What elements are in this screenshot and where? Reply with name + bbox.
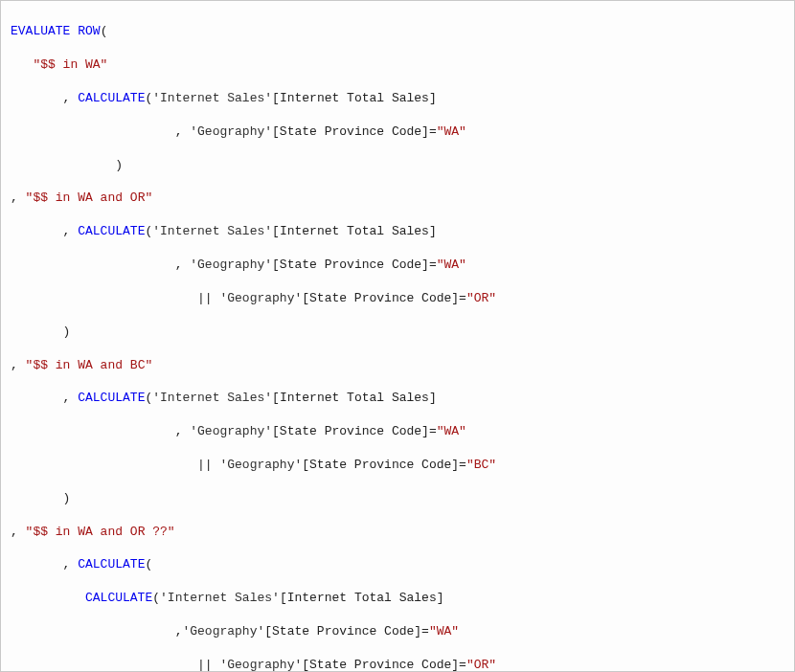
indent: || [11,291,219,305]
string: "$$ in WA and OR" [26,190,153,205]
indent: , [11,557,78,571]
indent: || [11,658,219,672]
punct: ( [145,557,152,571]
column-ref: [Internet Total Sales] [272,391,437,405]
code-line: , "$$ in WA and OR ??" [11,524,788,540]
indent: , [11,124,190,139]
code-line: || 'Geography'[State Province Code]="BC" [11,457,788,473]
code-line: ) [11,157,788,173]
column-ref: [Internet Total Sales] [280,591,444,605]
indent: , [11,258,190,272]
table-ref: 'Internet Sales' [152,224,272,238]
code-line: ,'Geography'[State Province Code]="WA" [11,623,788,639]
code-line: , CALCULATE('Internet Sales'[Internet To… [11,390,788,406]
table-ref: 'Internet Sales' [152,91,272,105]
keyword: CALCULATE [78,224,145,238]
code-line: , CALCULATE('Internet Sales'[Internet To… [11,223,788,239]
punct: ) [11,491,70,505]
punct: ( [152,591,160,605]
code-line: , 'Geography'[State Province Code]="WA" [11,423,788,439]
string: "OR" [466,291,496,305]
string: "WA" [429,624,459,638]
code-line: EVALUATE ROW( [11,23,788,39]
indent: , [11,525,26,539]
code-line: , CALCULATE('Internet Sales'[Internet To… [11,90,788,106]
code-block: EVALUATE ROW( "$$ in WA" , CALCULATE('In… [0,0,795,672]
indent: , [11,424,190,438]
punct: ) [11,325,70,339]
code-line: , 'Geography'[State Province Code]="WA" [11,123,788,140]
indent [11,57,33,72]
code-line: || 'Geography'[State Province Code]="OR" [11,657,788,672]
column-ref: [State Province Code]= [264,624,429,638]
indent: , [11,358,26,372]
string: "WA" [437,424,466,438]
column-ref: [State Province Code]= [302,658,466,672]
column-ref: [State Province Code]= [272,258,437,272]
table-ref: 'Geography' [182,624,264,638]
column-ref: [State Province Code]= [272,124,437,139]
string: "BC" [466,458,496,472]
indent: , [11,624,182,638]
keyword: CALCULATE [78,557,145,571]
string: "$$ in WA" [33,57,107,72]
string: "WA" [437,124,466,139]
table-ref: 'Geography' [219,458,302,472]
table-ref: 'Geography' [219,291,302,305]
string: "OR" [466,658,496,672]
keyword: CALCULATE [85,591,152,605]
indent: , [11,224,78,238]
keyword: EVALUATE [11,24,70,38]
code-line: ) [11,324,788,340]
code-line: , 'Geography'[State Province Code]="WA" [11,257,788,273]
indent: , [11,391,78,405]
code-line: CALCULATE('Internet Sales'[Internet Tota… [11,590,788,606]
string: "$$ in WA and OR ??" [26,525,175,539]
column-ref: [State Province Code]= [272,424,437,438]
keyword: CALCULATE [78,91,145,105]
code-line: ) [11,490,788,506]
table-ref: 'Geography' [190,424,272,438]
code-line: , CALCULATE( [11,556,788,572]
code-line: , "$$ in WA and BC" [11,357,788,373]
keyword: CALCULATE [78,391,145,405]
indent: || [11,458,219,472]
indent: , [11,91,78,105]
string: "WA" [437,258,466,272]
code-line: "$$ in WA" [11,56,788,73]
table-ref: 'Geography' [190,258,272,272]
column-ref: [Internet Total Sales] [272,91,437,105]
column-ref: [State Province Code]= [302,458,466,472]
indent: , [11,190,26,205]
punct: ( [101,24,108,38]
column-ref: [Internet Total Sales] [272,224,437,238]
table-ref: 'Geography' [219,658,302,672]
table-ref: 'Internet Sales' [152,391,272,405]
table-ref: 'Geography' [190,124,272,139]
column-ref: [State Province Code]= [302,291,466,305]
keyword: ROW [78,24,100,38]
code-line: || 'Geography'[State Province Code]="OR" [11,290,788,306]
code-line: , "$$ in WA and OR" [11,190,788,206]
string: "$$ in WA and BC" [26,358,153,372]
indent [11,591,85,605]
punct: ) [11,158,123,172]
table-ref: 'Internet Sales' [160,591,280,605]
